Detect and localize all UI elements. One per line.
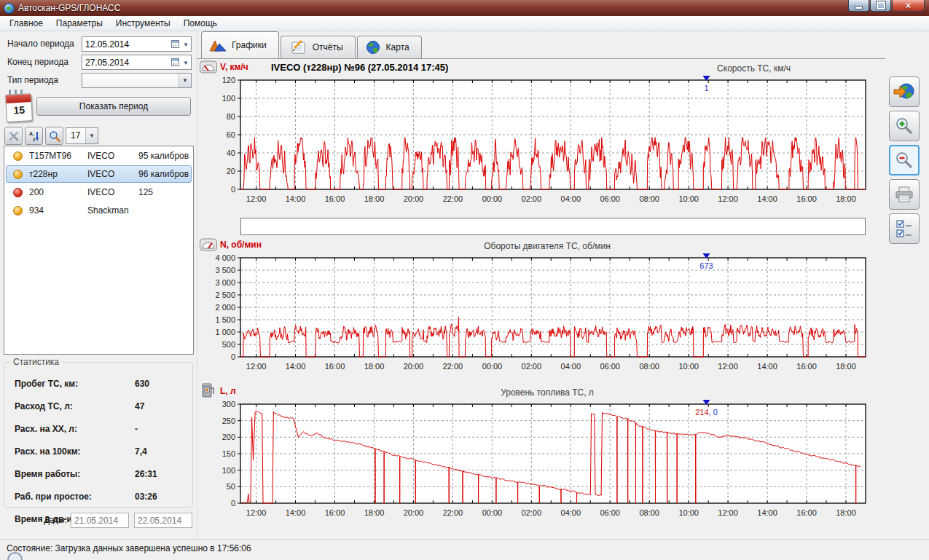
status-dot [13,151,23,161]
menu-help[interactable]: Помощь [177,17,224,30]
svg-text:22:00: 22:00 [443,362,463,371]
svg-text:16:00: 16:00 [325,508,345,517]
stat-label: Расх. на 100км: [15,446,135,457]
status-dot [13,206,23,216]
svg-text:673: 673 [699,261,713,270]
tools-button[interactable] [4,127,23,145]
status-bar: Состояние: Загрузка данных завершена усп… [0,539,929,560]
chevron-down-icon[interactable]: ▼ [183,42,189,48]
period-end-label: Конец периода [7,57,68,67]
svg-text:06:00: 06:00 [600,194,620,203]
close-button[interactable]: × [892,0,925,12]
period-end-field: ▼ [82,55,192,70]
svg-text:04:00: 04:00 [561,362,581,371]
charts-panel: V, км/ч IVECO (т228нр) №96 (27.05.2014 1… [197,58,885,524]
calendar-mini-icon[interactable] [171,58,179,66]
period-type-label: Тип периода [7,75,58,85]
calendar-mini-icon[interactable] [171,40,179,48]
restore-button[interactable] [870,0,891,12]
tab-label: Карта [386,42,409,52]
tab-map[interactable]: Карта [357,36,422,58]
sort-az-button[interactable]: A. z [25,127,43,145]
rpm-chart-title: Обороты двигателя ТС, об/мин [484,241,611,251]
fuel-chart[interactable]: 12:0014:0016:0018:0020:0022:0000:0002:00… [203,400,873,522]
svg-text:10:00: 10:00 [678,508,699,517]
svg-text:2 500: 2 500 [215,291,235,299]
period-type-select[interactable]: ▼ [82,73,192,88]
vehicle-model: IVECO [87,151,138,161]
menu-main[interactable]: Главное [3,17,50,30]
svg-text:14:00: 14:00 [286,508,306,517]
statistics-title: Статистика [10,357,62,367]
speed-chart-title: Скорость ТС, км/ч [717,63,791,74]
svg-text:14:00: 14:00 [286,362,306,371]
dates-label: Даты: [44,515,67,525]
vehicle-plate: 200 [29,187,87,197]
svg-text:12:00: 12:00 [718,194,738,203]
tab-charts[interactable]: Графики [201,31,279,58]
tab-label: Графики [232,40,267,50]
vehicle-note: 125 [138,187,191,197]
vehicle-model: IVECO [87,187,138,197]
svg-text:14:00: 14:00 [757,362,777,371]
report-select-icon [894,218,914,239]
show-period-button[interactable]: Показать период [36,97,191,116]
vehicle-row[interactable]: 934 Shackman [6,202,192,219]
svg-text:z: z [33,137,36,142]
scale-select[interactable]: 17 ▼ [66,127,98,144]
tab-reports[interactable]: Отчёты [281,36,356,58]
chevron-down-icon: ▼ [179,74,191,87]
speedometer-icon [200,60,217,74]
svg-text:80: 80 [227,112,235,121]
svg-text:20:00: 20:00 [404,362,424,371]
zoom-in-button[interactable] [889,111,920,141]
vehicle-row[interactable]: т228нр IVECO 96 калибров [6,165,192,183]
svg-text:14:00: 14:00 [757,194,777,203]
calendar-icon[interactable]: 15 [4,89,34,122]
tab-strip: Графики Отчёты Карта [197,31,885,58]
status-text: Состояние: Загрузка данных завершена усп… [7,543,251,553]
svg-text:12:00: 12:00 [246,508,267,517]
show-on-map-button[interactable] [889,76,920,107]
report-select-button[interactable] [889,213,920,244]
svg-text:20:00: 20:00 [404,194,424,203]
svg-text:18:00: 18:00 [836,508,856,517]
chevron-down-icon[interactable]: ▼ [183,60,189,66]
vehicle-toolbar: A. z 17 ▼ [4,127,98,145]
chevron-down-icon: ▼ [85,128,98,143]
title-bar: Автоскан-GPS/ГЛОНАСС × [0,0,929,16]
tools-icon [8,130,20,142]
vehicle-row[interactable]: 200 IVECO 125 [6,184,192,201]
fuel-chart-header: L, л Уровень топлива ТС, л [197,382,885,400]
tachometer-icon [200,238,217,251]
rpm-chart-header: N, об/мин Обороты двигателя ТС, об/мин [197,238,885,253]
svg-text:02:00: 02:00 [522,508,542,517]
vehicle-row[interactable]: Т157МТ96 IVECO 95 калибров [6,147,192,165]
menu-parameters[interactable]: Параметры [50,17,109,30]
svg-text:250: 250 [222,417,235,425]
svg-text:1: 1 [704,84,708,92]
svg-text:12:00: 12:00 [246,194,267,203]
speed-axis-label: V, км/ч [220,62,248,72]
svg-text:08:00: 08:00 [639,508,659,517]
minimize-button[interactable] [848,0,869,12]
zoom-out-button[interactable] [889,145,920,176]
print-button[interactable] [889,179,920,210]
svg-text:14:00: 14:00 [286,194,306,203]
speed-chart[interactable]: 12:0014:0016:0018:0020:0022:0000:0002:00… [203,76,873,208]
period-start-label: Начало периода [7,39,74,49]
chart-scrollbar[interactable] [240,218,866,235]
vehicle-plate: Т157МТ96 [29,151,87,161]
status-dot [13,188,23,197]
svg-text:08:00: 08:00 [639,194,659,203]
date-to-input[interactable] [134,513,192,528]
chart-tool-buttons [889,76,920,244]
stat-label: Расход ТС, л: [15,401,135,411]
search-icon [49,130,60,142]
menu-tools[interactable]: Инструменты [109,17,177,30]
svg-text:18:00: 18:00 [364,362,385,371]
search-button[interactable] [45,127,63,145]
svg-text:04:00: 04:00 [561,194,581,203]
rpm-chart[interactable]: 12:0014:0016:0018:0020:0022:0000:0002:00… [203,253,873,376]
date-from-input[interactable] [71,513,129,528]
